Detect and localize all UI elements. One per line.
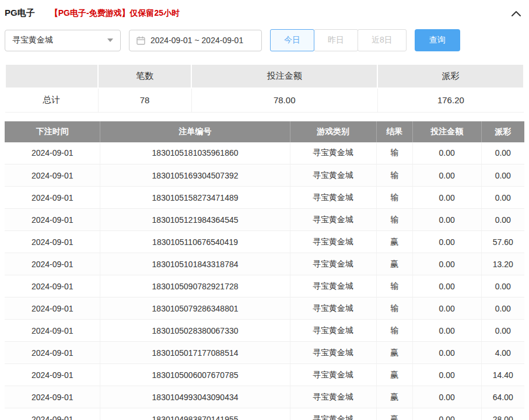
cell-bet-time: 2024-09-01 [5,386,100,408]
cell-game-type: 寻宝黄金城 [290,275,376,298]
cell-game-type: 寻宝黄金城 [290,320,376,342]
header-order-id: 注单编号 [100,121,290,142]
header-bet-amount: 投注金额 [412,121,481,142]
cell-bet-time: 2024-09-01 [5,253,100,275]
records-body: 2024-09-01 1830105181035961860 寻宝黄金城 输 0… [5,142,524,420]
cell-payout: 4.00 [481,342,524,364]
date-range-input[interactable]: 2024-09-01 ~ 2024-09-01 [129,30,262,51]
cell-payout: 28.00 [481,408,524,420]
cell-game-type: 寻宝黄金城 [290,253,376,275]
cell-bet-amount: 0.00 [412,209,481,231]
table-row: 2024-09-01 1830105110676540419 寻宝黄金城 赢 0… [5,231,524,253]
cell-result: 输 [376,187,412,209]
cell-bet-amount: 0.00 [412,187,481,209]
cell-game-type: 寻宝黄金城 [290,187,376,209]
cell-game-type: 寻宝黄金城 [290,364,376,386]
header-game-type: 游戏类别 [290,121,376,142]
header-payout: 派彩 [481,121,524,142]
summary-total-label: 总计 [5,88,98,112]
cell-game-type: 寻宝黄金城 [290,164,376,187]
table-row: 2024-09-01 1830104983870141955 寻宝黄金城 赢 0… [5,408,524,420]
cell-game-type: 寻宝黄金城 [290,209,376,231]
cell-bet-amount: 0.00 [412,142,481,164]
cell-bet-time: 2024-09-01 [5,187,100,209]
cell-order-id: 1830105028380067330 [100,320,290,342]
summary-bet-amount-value: 78.00 [191,88,377,112]
cell-bet-time: 2024-09-01 [5,164,100,187]
cell-order-id: 1830105169304507392 [100,164,290,187]
cell-order-id: 1830104983870141955 [100,408,290,420]
chevron-up-icon [512,10,521,16]
cell-result: 赢 [376,408,412,420]
cell-result: 赢 [376,342,412,364]
summary-payout-value: 176.20 [377,88,524,112]
summary-header-blank [5,64,98,88]
table-row: 2024-09-01 1830105090782921728 寻宝黄金城 输 0… [5,275,524,298]
panel-header: PG电子 【PG电子-免费游戏】仅保留25小时 [5,0,524,22]
cell-game-type: 寻宝黄金城 [290,342,376,364]
records-header-row: 下注时间 注单编号 游戏类别 结果 投注金额 派彩 [5,121,524,142]
table-row: 2024-09-01 1830104993043090434 寻宝黄金城 赢 0… [5,386,524,408]
calendar-icon [136,36,145,45]
header-result: 结果 [376,121,412,142]
game-select-value: 寻宝黄金城 [12,35,53,46]
cell-result: 输 [376,142,412,164]
cell-result: 赢 [376,253,412,275]
cell-payout: 0.00 [481,209,524,231]
cell-bet-amount: 0.00 [412,342,481,364]
cell-bet-time: 2024-09-01 [5,209,100,231]
cell-bet-amount: 0.00 [412,298,481,320]
cell-payout: 64.00 [481,386,524,408]
header-bet-time: 下注时间 [5,121,100,142]
yesterday-button[interactable]: 昨日 [314,29,358,51]
cell-result: 赢 [376,364,412,386]
cell-result: 赢 [376,231,412,253]
cell-payout: 0.00 [481,187,524,209]
cell-bet-amount: 0.00 [412,275,481,298]
cell-payout: 0.00 [481,142,524,164]
cell-order-id: 1830105079286348801 [100,298,290,320]
cell-order-id: 1830105017177088514 [100,342,290,364]
cell-result: 输 [376,275,412,298]
cell-bet-time: 2024-09-01 [5,320,100,342]
cell-bet-amount: 0.00 [412,386,481,408]
collapse-button[interactable] [509,8,523,19]
cell-order-id: 1830105101843318784 [100,253,290,275]
summary-table: 笔数 投注金额 派彩 总计 78 78.00 176.20 [5,64,524,113]
cell-order-id: 1830105006007670785 [100,364,290,386]
cell-order-id: 1830104993043090434 [100,386,290,408]
today-button[interactable]: 今日 [270,29,314,51]
cell-payout: 0.00 [481,164,524,187]
summary-count-value: 78 [98,88,191,112]
summary-header-payout: 派彩 [377,64,524,88]
cell-payout: 0.00 [481,298,524,320]
records-table: 下注时间 注单编号 游戏类别 结果 投注金额 派彩 2024-09-01 183… [5,121,524,420]
cell-bet-amount: 0.00 [412,320,481,342]
cell-bet-amount: 0.00 [412,364,481,386]
cell-game-type: 寻宝黄金城 [290,298,376,320]
cell-game-type: 寻宝黄金城 [290,231,376,253]
cell-bet-amount: 0.00 [412,164,481,187]
cell-bet-time: 2024-09-01 [5,408,100,420]
cell-bet-time: 2024-09-01 [5,364,100,386]
cell-result: 输 [376,298,412,320]
page-title: PG电子 [5,8,35,19]
cell-order-id: 1830105090782921728 [100,275,290,298]
cell-result: 输 [376,320,412,342]
cell-result: 输 [376,209,412,231]
cell-bet-amount: 0.00 [412,231,481,253]
quick-range-group: 今日 昨日 近8日 [270,29,407,51]
table-row: 2024-09-01 1830105006007670785 寻宝黄金城 赢 0… [5,364,524,386]
records-panel: PG电子 【PG电子-免费游戏】仅保留25小时 寻宝黄金城 2024-09-01… [0,0,529,420]
cell-payout: 0.00 [481,275,524,298]
cell-bet-amount: 0.00 [412,408,481,420]
cell-order-id: 1830105121984364545 [100,209,290,231]
search-button[interactable]: 查询 [415,29,460,51]
summary-header-count: 笔数 [98,64,191,88]
cell-bet-time: 2024-09-01 [5,275,100,298]
table-row: 2024-09-01 1830105169304507392 寻宝黄金城 输 0… [5,164,524,187]
game-select[interactable]: 寻宝黄金城 [5,30,121,51]
cell-game-type: 寻宝黄金城 [290,386,376,408]
summary-header-row: 笔数 投注金额 派彩 [5,64,524,88]
last-8-days-button[interactable]: 近8日 [358,29,407,51]
